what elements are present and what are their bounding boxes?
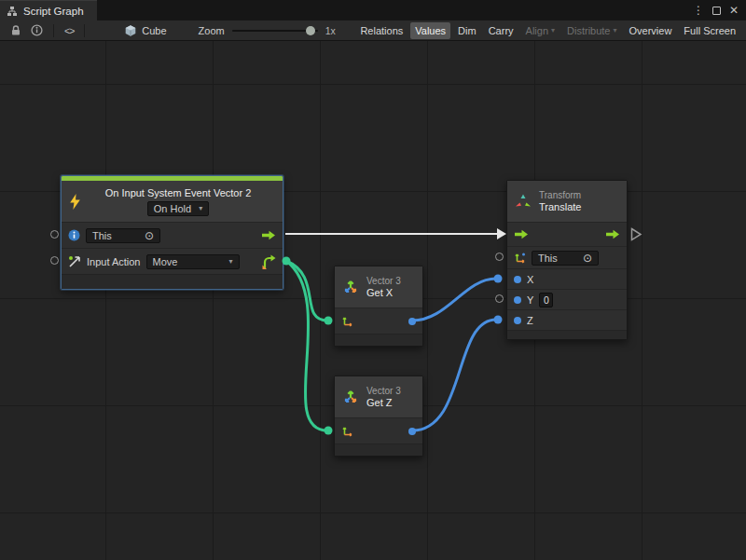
translate-target-value: This [538,253,558,264]
control-input-arrow-icon[interactable] [514,229,529,239]
input-action-dropdown[interactable]: Move ▾ [146,254,240,269]
graph-toolbar: <> Cube Zoom 1x Relations Values D [0,20,746,41]
values-button[interactable]: Values [410,22,450,39]
input-action-icon [68,255,81,268]
translate-z-row: Z [507,309,627,330]
graph-owner[interactable]: Cube [124,24,166,37]
transform-icon [515,194,532,209]
tab-script-graph[interactable]: Script Graph [0,0,97,20]
script-graph-icon [7,6,18,17]
carry-button[interactable]: Carry [484,22,518,39]
translate-title: Translate [539,201,581,212]
translate-x-label: X [527,274,533,285]
graph-canvas[interactable]: On Input System Event Vector 2 On Hold ▾ [0,41,746,560]
align-button[interactable]: Align ▾ [521,22,560,39]
get-x-title: Get X [366,287,401,298]
get-x-node-header: Vector 3 Get X [335,266,422,307]
event-target-value: This [92,230,112,241]
coroutine-arrow-icon[interactable] [262,254,276,269]
get-x-node[interactable]: Vector 3 Get X [334,266,423,347]
get-z-output-port[interactable] [408,428,416,435]
vector3-icon [342,389,359,405]
translate-this-port-circle[interactable] [495,253,504,261]
translate-x-port[interactable] [514,276,521,283]
get-z-title: Get Z [366,397,401,408]
translate-continue-triangle[interactable] [630,227,642,241]
vector3-icon [342,279,359,295]
close-icon[interactable]: ✕ [729,5,739,16]
dim-button[interactable]: Dim [453,22,481,39]
zoom-value: 1x [325,25,336,36]
translate-y-port[interactable] [514,296,521,304]
axis-icon [514,252,526,264]
info-icon-blue [68,229,80,241]
lock-icon[interactable] [6,20,26,40]
float-wire-z[interactable] [412,320,496,430]
translate-y-port-circle[interactable] [495,294,504,303]
chevron-down-icon: ▾ [228,258,232,266]
target-icon: ⊙ [145,230,154,241]
event-mode-dropdown[interactable]: On Hold ▾ [147,201,209,216]
distribute-button[interactable]: Distribute ▾ [562,22,621,39]
translate-x-row: X [507,268,627,289]
translate-y-row: Y 0 [507,289,627,309]
event-left-port-circle[interactable] [50,256,59,265]
align-label: Align [526,25,548,36]
axis-icon [341,315,353,327]
window-menu-icon[interactable]: ⋮ [693,5,704,16]
event-node-title: On Input System Event Vector 2 [105,187,252,198]
getx-input-dot[interactable] [325,317,333,325]
control-output-arrow-icon[interactable] [605,229,620,239]
chevron-down-icon: ▾ [614,27,617,34]
vector2-wire-getx[interactable] [286,261,327,321]
translate-target-row: This ⊙ [507,246,627,268]
maximize-icon[interactable] [712,7,721,15]
event-left-port-circle[interactable] [50,230,59,239]
toolbar-separator [84,24,85,37]
chevron-down-icon: ▾ [551,27,555,34]
input-action-row: Input Action Move ▾ [62,248,283,274]
zoom-slider-handle[interactable] [306,26,315,35]
translate-type-label: Transform [539,190,581,200]
getz-input-dot[interactable] [325,427,333,435]
event-target-dropdown[interactable]: This ⊙ [86,228,160,243]
tab-title: Script Graph [23,6,84,17]
axis-icon [341,425,353,437]
get-z-port-row [335,417,422,444]
chevron-down-icon: ▾ [199,205,202,212]
translate-y-value-input[interactable]: 0 [539,293,553,307]
translate-node[interactable]: Transform Translate [506,180,628,340]
lightning-icon [69,194,81,210]
fullscreen-button[interactable]: Full Screen [679,22,740,39]
translate-control-row [507,222,627,246]
translate-node-header: Transform Translate [507,181,627,222]
code-preview-icon[interactable]: <> [60,20,78,40]
vector2-wire-getz[interactable] [286,261,327,430]
titlebar: Script Graph ⋮ ✕ [0,0,746,20]
target-icon: ⊙ [583,253,592,264]
get-x-node-footer [335,334,422,346]
info-icon[interactable] [26,20,48,40]
event-node[interactable]: On Input System Event Vector 2 On Hold ▾ [61,175,283,290]
script-graph-window: Script Graph ⋮ ✕ <> [0,0,746,560]
translate-y-label: Y [527,294,533,306]
overview-button[interactable]: Overview [625,22,677,39]
translate-z-input-dot[interactable] [494,316,503,324]
get-z-node-footer [335,444,422,456]
get-x-output-port[interactable] [408,318,416,325]
float-wire-x[interactable] [412,279,496,321]
zoom-label: Zoom [199,25,225,36]
translate-x-input-dot[interactable] [494,275,503,283]
relations-button[interactable]: Relations [355,22,408,39]
get-z-node-header: Vector 3 Get Z [335,376,422,417]
event-mode-value: On Hold [154,203,191,214]
get-z-node[interactable]: Vector 3 Get Z [334,376,423,457]
event-node-header: On Input System Event Vector 2 On Hold ▾ [62,181,283,222]
translate-target-dropdown[interactable]: This ⊙ [532,251,599,266]
get-x-type-label: Vector 3 [366,276,401,286]
zoom-slider[interactable] [232,26,318,35]
control-output-arrow-icon[interactable] [261,230,276,240]
zoom-slider-track [232,30,318,32]
translate-z-port[interactable] [514,317,521,324]
cube-icon [124,24,137,37]
